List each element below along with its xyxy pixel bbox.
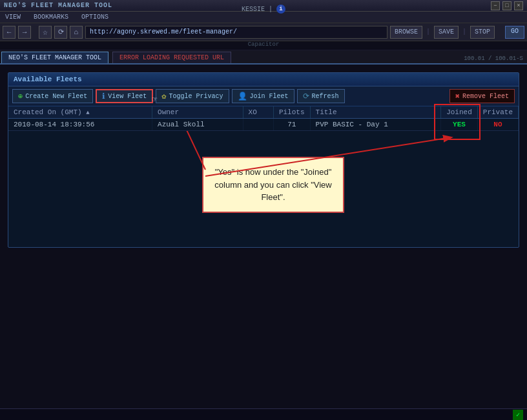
status-icon: ✓ — [513, 410, 523, 420]
col-joined[interactable]: Joined — [441, 106, 478, 119]
cell-private: NO — [477, 119, 518, 131]
server-info: 100.01 / 100.01-S — [464, 55, 526, 63]
private-no-badge: NO — [493, 121, 502, 128]
reload-button[interactable]: ⟳ — [54, 26, 67, 39]
tab-error[interactable]: ERROR LOADING REQUESTED URL — [112, 52, 231, 63]
fleets-panel: Available Fleets ⊕ Create New Fleet ℹ Vi… — [8, 72, 519, 248]
cell-joined: YES — [441, 119, 478, 131]
restore-button[interactable]: □ — [502, 1, 512, 10]
table-row[interactable]: 2010-08-14 18:39:56 Azual Skoll 71 PVP B… — [8, 119, 519, 131]
col-created[interactable]: Created On (GMT) — [8, 106, 152, 119]
separator: | — [269, 6, 273, 13]
table-body: 2010-08-14 18:39:56 Azual Skoll 71 PVP B… — [8, 119, 519, 131]
info-icon[interactable]: i — [276, 5, 285, 14]
forward-button[interactable]: → — [18, 26, 31, 39]
cell-owner: Azual Skoll — [152, 119, 243, 131]
capacitor-bar: Capacitor — [0, 41, 527, 50]
menu-bookmarks[interactable]: BOOKMARKS — [31, 14, 71, 21]
col-pilots[interactable]: Pilots — [273, 106, 310, 119]
window-controls: − □ × — [491, 1, 523, 10]
annotation-area: "Yes" is now under the "Joined" column a… — [8, 131, 519, 247]
col-private[interactable]: Private — [477, 106, 518, 119]
create-new-fleet-button[interactable]: ⊕ Create New Fleet — [12, 89, 93, 103]
save-button[interactable]: SAVE — [434, 26, 459, 39]
joined-yes-badge: YES — [453, 121, 466, 128]
svg-line-1 — [150, 131, 205, 170]
minimize-button[interactable]: − — [491, 1, 500, 10]
back-button[interactable]: ← — [3, 26, 16, 39]
callout-box: "Yes" is now under the "Joined" column a… — [202, 157, 344, 213]
col-xo[interactable]: XO — [243, 106, 273, 119]
join-icon: 👤 — [238, 92, 247, 101]
toggle-privacy-button[interactable]: ✿ Toggle Privacy — [156, 89, 229, 103]
col-title[interactable]: Title — [310, 106, 441, 119]
close-button[interactable]: × — [514, 1, 523, 10]
table-header: Created On (GMT) Owner XO Pilots Title — [8, 106, 519, 119]
status-bar: ✓ — [0, 408, 527, 420]
tab-bar: NEO'S FLEET MANAGER TOOL ERROR LOADING R… — [0, 50, 527, 65]
col-owner[interactable]: Owner — [152, 106, 243, 119]
tab-fleet-manager[interactable]: NEO'S FLEET MANAGER TOOL — [1, 52, 108, 63]
refresh-icon: ⟳ — [303, 92, 309, 101]
main-content: Available Fleets ⊕ Create New Fleet ℹ Vi… — [0, 65, 527, 420]
username-label: KESSIE — [242, 6, 265, 13]
cell-created: 2010-08-14 18:39:56 — [8, 119, 152, 131]
fleets-toolbar: ⊕ Create New Fleet ℹ View Fleet ☞ ✿ Togg… — [8, 86, 519, 106]
home-button[interactable]: ⌂ — [70, 26, 83, 39]
table-wrapper: Created On (GMT) Owner XO Pilots Title — [8, 106, 519, 131]
view-icon: ℹ — [102, 92, 105, 101]
menu-options[interactable]: OPTIONS — [79, 14, 111, 21]
address-bar[interactable] — [85, 26, 388, 39]
privacy-icon: ✿ — [161, 92, 166, 101]
fleets-panel-header: Available Fleets — [8, 73, 519, 86]
remove-fleet-button[interactable]: ✖ Remove Fleet — [450, 89, 515, 103]
fleet-table: Created On (GMT) Owner XO Pilots Title — [8, 106, 519, 131]
stop-button[interactable]: STOP — [470, 26, 495, 39]
menu-view[interactable]: VIEW — [3, 14, 23, 21]
cell-xo — [243, 119, 273, 131]
plus-icon: ⊕ — [18, 92, 23, 101]
user-info: KESSIE | i — [242, 5, 285, 14]
refresh-button[interactable]: ⟳ Refresh — [297, 89, 345, 103]
view-fleet-button[interactable]: ℹ View Fleet ☞ — [96, 89, 153, 103]
toolbar: ← → ☆ ⟳ ⌂ BROWSE | SAVE | STOP GO — [0, 23, 527, 41]
cell-pilots: 71 — [273, 119, 310, 131]
bookmark-button[interactable]: ☆ — [39, 26, 52, 39]
remove-icon: ✖ — [455, 92, 460, 101]
go-button[interactable]: GO — [505, 26, 524, 39]
join-fleet-button[interactable]: 👤 Join Fleet — [232, 89, 294, 103]
app-title: NEO'S FLEET MANAGER TOOL — [4, 2, 112, 9]
browse-button[interactable]: BROWSE — [390, 26, 422, 39]
cell-title: PVP BASIC - Day 1 — [310, 119, 441, 131]
title-bar: NEO'S FLEET MANAGER TOOL KESSIE | i − □ … — [0, 0, 527, 12]
